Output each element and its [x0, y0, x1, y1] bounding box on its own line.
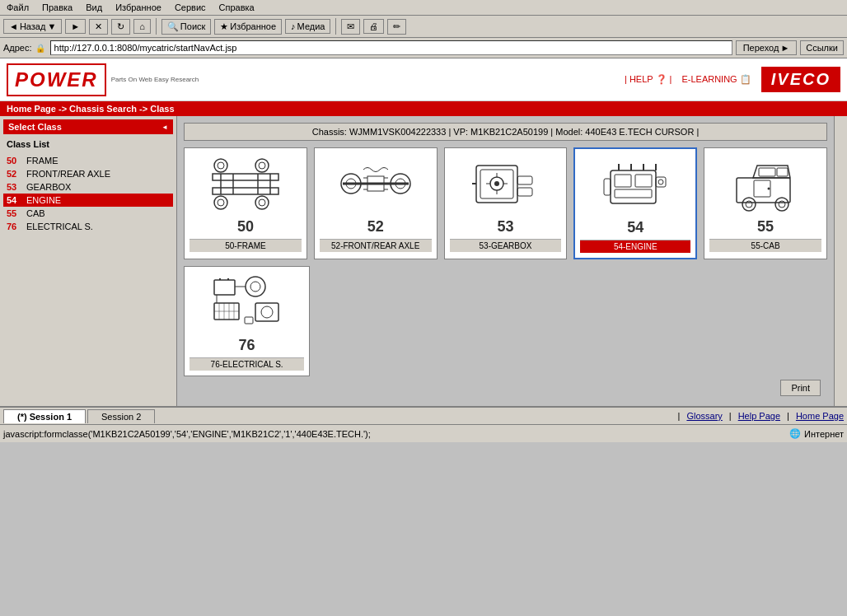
svg-point-13: [259, 162, 265, 169]
card-num-55: 55: [757, 218, 774, 236]
stop-button[interactable]: ✕: [89, 19, 108, 35]
svg-rect-43: [604, 179, 611, 195]
svg-point-6: [214, 196, 227, 209]
print-button[interactable]: Print: [780, 380, 821, 396]
edit-button[interactable]: ✏: [387, 19, 406, 35]
menu-view[interactable]: Вид: [82, 2, 105, 13]
home-page-link[interactable]: Home Page: [796, 411, 844, 421]
address-input[interactable]: [50, 40, 732, 55]
svg-point-7: [218, 199, 224, 206]
card-num-53: 53: [497, 218, 513, 236]
select-class-header: Select Class ◄: [3, 119, 173, 134]
globe-icon: 🌐: [789, 428, 801, 439]
class-card-54[interactable]: 54 54-ENGINE: [573, 147, 697, 259]
scrollbar[interactable]: [834, 116, 847, 406]
favorites-button[interactable]: ★ Избранное: [214, 19, 282, 35]
home-button[interactable]: ⌂: [133, 19, 151, 34]
triangle-icon: ◄: [161, 124, 168, 131]
chassis-info: Chassis: WJMM1VSK004222333 | VP: M1KB21C…: [184, 123, 827, 141]
back-button[interactable]: ◄ Назад ▼: [3, 19, 62, 34]
card-num-50: 50: [237, 218, 254, 236]
class-card-53[interactable]: 53 53-GEARBOX: [444, 147, 568, 259]
class-card-76[interactable]: 76 76-ELECTRICAL S.: [184, 266, 310, 376]
refresh-button[interactable]: ↻: [111, 19, 130, 35]
media-button[interactable]: ♪ Медиа: [285, 19, 330, 34]
svg-point-50: [768, 188, 770, 190]
svg-rect-44: [656, 177, 666, 187]
address-bar: Адрес: 🔒 Переход ► Ссылки: [0, 38, 847, 58]
menu-service[interactable]: Сервис: [171, 2, 209, 13]
svg-rect-55: [214, 280, 235, 295]
print-toolbar-button[interactable]: 🖨: [363, 19, 384, 34]
elearning-link[interactable]: E-LEARNING 📋: [681, 74, 751, 85]
print-area: Print: [184, 376, 827, 399]
card-label-53: 53-GEARBOX: [450, 239, 562, 252]
sidebar-label-50: FRAME: [26, 156, 58, 166]
content-area: Select Class ◄ Class List 50 FRAME 52 FR…: [0, 116, 847, 406]
svg-rect-1: [213, 188, 278, 194]
class-list-label: Class List: [3, 138, 173, 151]
svg-point-58: [246, 277, 265, 296]
glossary-link[interactable]: Glossary: [686, 411, 722, 421]
sidebar-num-54: 54: [7, 195, 26, 205]
sidebar-label-52: FRONT/REAR AXLE: [26, 169, 110, 179]
logo-area: POWER Parts On Web Easy Research: [7, 63, 199, 96]
search-button[interactable]: 🔍 Поиск: [161, 19, 211, 35]
separator: [156, 18, 157, 35]
status-icon-area: 🌐 Интернет: [789, 428, 844, 439]
svg-point-10: [214, 159, 227, 172]
sidebar-item-76[interactable]: 76 ELECTRICAL S.: [3, 220, 173, 233]
svg-point-12: [255, 159, 269, 172]
sidebar-item-53[interactable]: 53 GEARBOX: [3, 180, 173, 194]
menu-help[interactable]: Справка: [216, 2, 258, 13]
electrical-icon: [210, 272, 284, 334]
main-panel: Chassis: WJMM1VSK004222333 | VP: M1KB21C…: [177, 116, 834, 406]
internet-label: Интернет: [804, 429, 844, 439]
sidebar-item-55[interactable]: 55 CAB: [3, 207, 173, 220]
sidebar-item-50[interactable]: 50 FRAME: [3, 154, 173, 167]
svg-rect-68: [245, 317, 253, 324]
power-logo: POWER: [15, 68, 98, 91]
forward-button[interactable]: ►: [65, 19, 86, 34]
svg-rect-38: [615, 189, 652, 198]
class-card-50[interactable]: 50 50-FRAME: [184, 147, 307, 259]
engine-icon: [598, 154, 672, 216]
gearbox-icon: [468, 153, 542, 215]
class-card-55[interactable]: 55 55-CAB: [704, 147, 827, 259]
svg-rect-33: [517, 188, 532, 196]
mail-button[interactable]: ✉: [341, 19, 360, 35]
breadcrumb: Home Page -> Chassis Search -> Class: [0, 101, 847, 116]
card-num-52: 52: [367, 218, 384, 236]
card-label-55: 55-CAB: [709, 239, 821, 252]
menu-edit[interactable]: Правка: [39, 2, 76, 13]
tab-session2[interactable]: Session 2: [87, 409, 155, 423]
svg-point-52: [746, 201, 752, 208]
card-num-76: 76: [239, 337, 255, 354]
go-button[interactable]: Переход ►: [736, 40, 798, 55]
links-button[interactable]: Ссылки: [800, 40, 844, 55]
class-card-52[interactable]: 52 52-FRONT/REAR AXLE: [314, 147, 438, 259]
bottom-links: | Glossary | Help Page | Home Page: [678, 411, 844, 421]
menu-favorites[interactable]: Избранное: [112, 2, 165, 13]
address-label: Адрес:: [3, 43, 32, 53]
menu-file[interactable]: Файл: [3, 2, 32, 13]
svg-rect-32: [517, 176, 532, 184]
logo-subtitle: Parts On Web Easy Research: [111, 75, 199, 84]
svg-point-54: [779, 201, 785, 208]
svg-point-8: [255, 196, 269, 209]
sidebar-item-54[interactable]: 54 ENGINE: [3, 194, 173, 207]
help-link[interactable]: | HELP ❓ |: [625, 74, 672, 85]
sidebar-item-52[interactable]: 52 FRONT/REAR AXLE: [3, 167, 173, 180]
sidebar-num-50: 50: [7, 156, 26, 166]
card-label-50: 50-FRAME: [190, 239, 302, 252]
sidebar-label-53: GEARBOX: [26, 182, 71, 192]
help-page-link[interactable]: Help Page: [738, 411, 780, 421]
card-label-54: 54-ENGINE: [580, 240, 690, 253]
tab-session1[interactable]: (*) Session 1: [3, 409, 86, 423]
header-right: | HELP ❓ | E-LEARNING 📋 IVECO: [625, 67, 840, 92]
sidebar-label-54: ENGINE: [26, 195, 61, 205]
frame-icon: [208, 153, 283, 215]
bottom-tabs: (*) Session 1 Session 2 | Glossary | Hel…: [0, 406, 847, 424]
svg-rect-0: [213, 174, 278, 180]
svg-point-27: [494, 181, 499, 186]
